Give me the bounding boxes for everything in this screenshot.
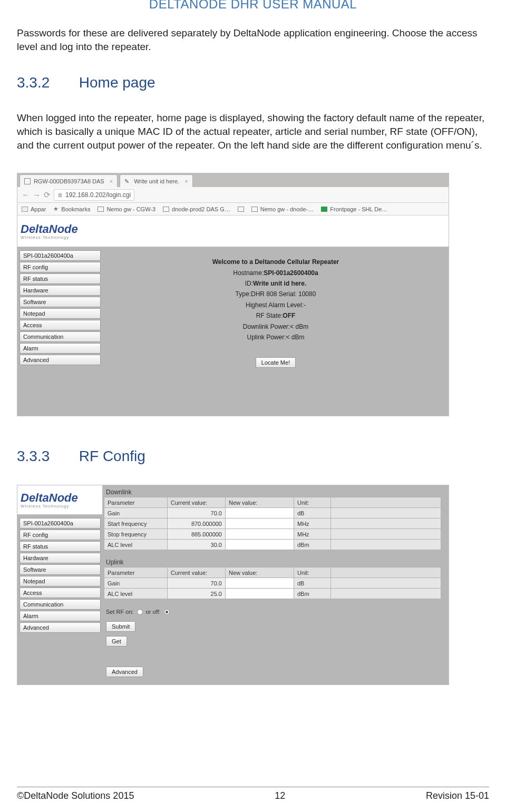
- deltanode-logo: DeltaNode Wireless Technology: [21, 222, 78, 240]
- status-label: ID:: [245, 278, 253, 289]
- cell-current: 885.000000: [168, 529, 226, 540]
- sidebar-item-software[interactable]: Software: [20, 564, 101, 575]
- bookmark-label: Appar: [31, 206, 46, 212]
- th-parameter: Parameter: [104, 497, 168, 508]
- bookmark-label: Nemo gw - dnode-…: [260, 206, 314, 212]
- sidebar-item-hardware[interactable]: Hardware: [20, 553, 101, 563]
- reload-icon[interactable]: ⟳: [44, 190, 51, 200]
- bookmark-nemo2[interactable]: Nemo gw - dnode-…: [251, 206, 314, 212]
- table-row: Gain70.0dB: [104, 508, 441, 518]
- sidebar-item-rf-config[interactable]: RF config: [20, 530, 101, 540]
- page-icon: ✎: [124, 178, 131, 184]
- close-icon[interactable]: ×: [184, 178, 188, 184]
- url-text: 192.168.0.202/login.cgi: [65, 191, 131, 199]
- cell-blank: [331, 540, 441, 550]
- rf-on-radio[interactable]: [137, 609, 143, 615]
- address-bar[interactable]: 🗎 192.168.0.202/login.cgi: [54, 189, 134, 201]
- submit-button[interactable]: Submit: [106, 621, 135, 632]
- sidebar-item-notepad[interactable]: Notepad: [20, 576, 101, 586]
- bookmark-label: Bookmarks: [61, 206, 90, 212]
- sidebar-item-communication[interactable]: Communication: [20, 599, 101, 610]
- cell-unit: dBm: [294, 589, 331, 599]
- welcome-title: Welcome to a Deltanode Cellular Repeater: [108, 257, 443, 267]
- sidebar-item-software[interactable]: Software: [20, 297, 101, 307]
- status-label: Uplink Power:: [247, 332, 286, 343]
- locate-me-button[interactable]: Locate Me!: [256, 357, 296, 368]
- cell-new-value-input[interactable]: [226, 508, 294, 518]
- close-icon[interactable]: ×: [110, 178, 113, 184]
- footer-right: Revision 15-01: [426, 790, 489, 801]
- cell-current: 25.0: [168, 589, 226, 599]
- bookmark-overflow[interactable]: [238, 207, 244, 212]
- cell-blank: [331, 508, 441, 518]
- th-blank: [331, 568, 441, 578]
- logo-brand: DeltaNode: [21, 222, 78, 236]
- config-sidebar: SPI-001a2600400aRF configRF statusHardwa…: [17, 247, 103, 416]
- th-blank: [331, 497, 441, 508]
- browser-tab-2[interactable]: ✎ Write unit id here. ×: [120, 174, 192, 187]
- cell-new-value-input[interactable]: [226, 578, 294, 589]
- advanced-button[interactable]: Advanced: [106, 667, 143, 677]
- cell-current: 870.000000: [168, 518, 226, 529]
- cell-parameter: Stop frequency: [104, 529, 168, 540]
- cell-new-value-input[interactable]: [226, 540, 294, 550]
- sidebar-item-hardware[interactable]: Hardware: [20, 285, 101, 296]
- cell-unit: dBm: [294, 540, 331, 550]
- rf-on-label: Set RF on:: [106, 609, 134, 615]
- sidebar-item-advanced[interactable]: Advanced: [20, 622, 101, 633]
- browser-tabstrip: RGW-000DB93973A8 DAS × ✎ Write unit id h…: [17, 173, 449, 187]
- bookmark-frontpage[interactable]: Frontpage - SHL De…: [321, 206, 387, 212]
- bookmark-dnode[interactable]: dnode-prod2 DAS G…: [163, 206, 230, 212]
- cell-unit: dB: [294, 578, 331, 589]
- cell-new-value-input[interactable]: [226, 529, 294, 540]
- sidebar-item-rf-status[interactable]: RF status: [20, 541, 101, 552]
- sidebar-item-notepad[interactable]: Notepad: [20, 308, 101, 319]
- sidebar-item-access[interactable]: Access: [20, 588, 101, 598]
- status-value: < dBm: [290, 321, 308, 332]
- sidebar-item-access[interactable]: Access: [20, 320, 101, 330]
- cell-new-value-input[interactable]: [226, 518, 294, 529]
- sidebar-item-spi-001a2600400a[interactable]: SPI-001a2600400a: [20, 518, 101, 529]
- bookmark-nemo1[interactable]: Nemo gw - CGW-3: [98, 206, 155, 212]
- status-value: < dBm: [286, 332, 305, 343]
- th-unit: Unit:: [294, 497, 331, 508]
- status-value: OFF: [283, 310, 295, 321]
- logo-brand: DeltaNode: [21, 491, 78, 504]
- sidebar-item-rf-config[interactable]: RF config: [20, 262, 101, 272]
- get-button[interactable]: Get: [106, 636, 127, 647]
- bookmark-bookmarks[interactable]: ★Bookmarks: [53, 206, 90, 212]
- bookmark-label: dnode-prod2 DAS G…: [172, 206, 230, 212]
- logo-bar: DeltaNode Wireless Technology: [17, 485, 103, 515]
- logo-bar: DeltaNode Wireless Technology: [17, 216, 449, 247]
- status-label: RF State:: [256, 310, 283, 321]
- sidebar-item-alarm[interactable]: Alarm: [20, 611, 101, 621]
- back-icon[interactable]: ←: [22, 190, 30, 199]
- bookmark-label: Frontpage - SHL De…: [330, 206, 387, 212]
- sidebar-item-communication[interactable]: Communication: [20, 331, 101, 342]
- rf-off-radio[interactable]: [164, 609, 170, 615]
- table-row: ALC level25.0dBm: [104, 589, 441, 599]
- page-footer: ©DeltaNode Solutions 2015 12 Revision 15…: [17, 787, 489, 801]
- table-row: Gain70.0dB: [104, 578, 441, 589]
- th-current: Current value:: [168, 497, 226, 508]
- table-row: Start frequency870.000000MHz: [104, 518, 441, 529]
- page-icon: [251, 207, 258, 212]
- sidebar-item-rf-status[interactable]: RF status: [20, 273, 101, 284]
- cell-blank: [331, 518, 441, 529]
- bookmark-appar[interactable]: Appar: [22, 206, 46, 212]
- page-icon: 🗎: [57, 192, 63, 198]
- page-icon: [163, 207, 169, 212]
- forward-icon[interactable]: →: [33, 190, 41, 199]
- sidebar-item-spi-001a2600400a[interactable]: SPI-001a2600400a: [20, 250, 101, 261]
- status-value: SPI-001a2600400a: [264, 268, 318, 278]
- logo-tagline: Wireless Technology: [21, 504, 78, 508]
- sidebar-item-advanced[interactable]: Advanced: [20, 355, 101, 365]
- uplink-title: Uplink: [106, 559, 444, 566]
- cell-new-value-input[interactable]: [226, 589, 294, 599]
- bookmarks-bar: Appar ★Bookmarks Nemo gw - CGW-3 dnode-p…: [17, 203, 449, 216]
- cell-unit: MHz: [294, 529, 331, 540]
- uplink-table: Parameter Current value: New value: Unit…: [104, 567, 441, 599]
- browser-tab-1[interactable]: RGW-000DB93973A8 DAS ×: [20, 174, 118, 187]
- sidebar-item-alarm[interactable]: Alarm: [20, 343, 101, 354]
- downlink-table: Parameter Current value: New value: Unit…: [104, 497, 441, 550]
